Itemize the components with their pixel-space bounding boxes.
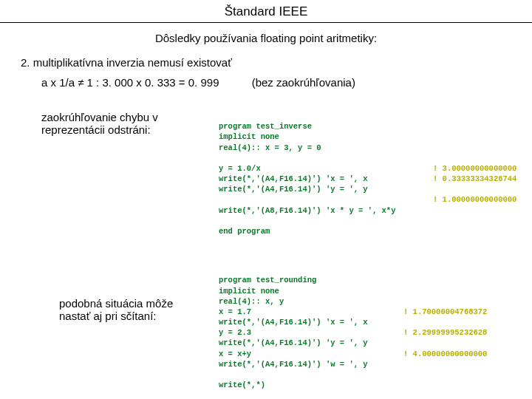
page-title: Štandard IEEE	[0, 0, 532, 23]
formula-note: (bez zaokrúhľovania)	[252, 76, 355, 89]
label2-l2: nastať aj pri sčítaní:	[59, 310, 157, 322]
code2-output: ! 1.70000004768372 ! 2.29999995232628 ! …	[403, 265, 487, 399]
example-row-1: zaokrúhľovanie chybu v reprezentácii ods…	[0, 111, 532, 247]
formula-line: a x 1/a ≠ 1 : 3. 000 x 0. 333 = 0. 999 (…	[0, 69, 532, 89]
label2-l1: podobná situácia môže	[59, 297, 173, 310]
code1-src: program test_inverse implicit none real(…	[219, 122, 395, 236]
label1-l2: reprezentácii odstráni:	[41, 123, 151, 136]
formula-expr: a x 1/a ≠ 1 : 3. 000 x 0. 333 = 0. 999	[41, 76, 219, 89]
example-label-1: zaokrúhľovanie chybu v reprezentácii ods…	[41, 111, 219, 136]
list-item: 2. multiplikatívna inverzia nemusí exist…	[0, 56, 532, 69]
item-number: 2.	[21, 56, 30, 69]
label1-l1: zaokrúhľovanie chybu v	[41, 111, 158, 123]
example-row-2: podobná situácia môže nastať aj pri sčít…	[0, 265, 532, 399]
item-text: multiplikatívna inverzia nemusí existova…	[33, 56, 232, 69]
example-label-2: podobná situácia môže nastať aj pri sčít…	[41, 297, 219, 322]
code-block-2: program test_rounding implicit none real…	[219, 265, 517, 399]
code1-output: ! 3.00000000000000 ! 0.33333334326744 ! …	[433, 111, 516, 205]
code2-src: program test_rounding implicit none real…	[219, 276, 368, 399]
page-subtitle: Dôsledky používania floating point aritm…	[0, 23, 532, 56]
code-block-1: program test_inverse implicit none real(…	[219, 111, 517, 247]
